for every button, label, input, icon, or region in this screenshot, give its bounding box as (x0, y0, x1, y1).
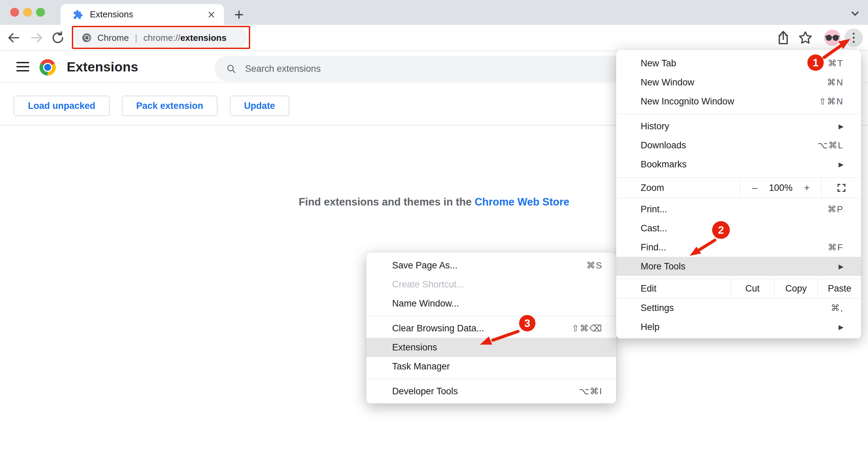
search-box (214, 56, 643, 82)
menu-item-settings[interactable]: Settings ⌘, (616, 298, 861, 317)
submenu-caret-icon: ▶ (838, 263, 843, 270)
tab-strip: Extensions × + (0, 0, 868, 25)
zoom-out-button[interactable]: – (752, 182, 758, 193)
share-icon[interactable] (775, 30, 791, 46)
edit-paste-button[interactable]: Paste (818, 279, 861, 298)
browser-toolbar: Chrome | chrome:// extensions (0, 25, 868, 51)
menu-item-print[interactable]: Print... ⌘P (616, 200, 861, 219)
menu-item-more-tools[interactable]: More Tools ▶ (616, 257, 861, 276)
shortcut: ⌘S (586, 260, 602, 271)
edit-cut-button[interactable]: Cut (730, 279, 774, 298)
shortcut: ⌘T (828, 58, 843, 69)
shortcut: ⇧⌘⌫ (572, 323, 602, 334)
puzzle-favicon-icon (73, 10, 83, 20)
annotation-highlight-box: Chrome | chrome:// extensions (72, 26, 250, 49)
fullscreen-button[interactable] (821, 178, 861, 198)
menu-separator (366, 316, 616, 316)
zoom-in-button[interactable]: + (804, 182, 809, 193)
menu-item-history[interactable]: History ▶ (616, 117, 861, 136)
menu-item-cast[interactable]: Cast... (616, 219, 861, 238)
bookmark-star-icon[interactable] (798, 30, 813, 46)
menu-item-new-window[interactable]: New Window ⌘N (616, 73, 861, 92)
menu-item-downloads[interactable]: Downloads ⌥⌘L (616, 136, 861, 155)
load-unpacked-button[interactable]: Load unpacked (14, 96, 110, 116)
submenu-item-task-manager[interactable]: Task Manager (366, 357, 616, 376)
address-bar[interactable]: Chrome | chrome:// extensions (74, 28, 248, 47)
submenu-item-extensions[interactable]: Extensions (366, 338, 616, 357)
forward-icon (29, 30, 44, 45)
hamburger-menu-icon[interactable] (16, 60, 29, 73)
zoom-value: 100% (769, 183, 792, 193)
edit-copy-button[interactable]: Copy (774, 279, 818, 298)
menu-item-find[interactable]: Find... ⌘F (616, 238, 861, 257)
url-separator: | (135, 33, 137, 43)
menu-item-bookmarks[interactable]: Bookmarks ▶ (616, 155, 861, 174)
close-tab-icon[interactable]: × (208, 8, 215, 21)
search-input[interactable] (245, 64, 632, 74)
submenu-item-developer-tools[interactable]: Developer Tools ⌥⌘I (366, 382, 616, 401)
fullscreen-icon (836, 183, 847, 193)
shortcut: ⇧⌘N (819, 96, 843, 107)
empty-state-prefix: Find extensions and themes in the (299, 196, 475, 208)
menu-item-new-incognito-window[interactable]: New Incognito Window ⇧⌘N (616, 92, 861, 111)
chrome-logo-icon (39, 59, 56, 76)
update-button[interactable]: Update (230, 96, 290, 116)
chrome-menu: New Tab ⌘T New Window ⌘N New Incognito W… (616, 50, 861, 339)
submenu-caret-icon: ▶ (838, 323, 843, 331)
extensions-actions: Load unpacked Pack extension Update (14, 96, 289, 116)
url-site-label: Chrome (97, 33, 129, 43)
menu-item-help[interactable]: Help ▶ (616, 317, 861, 336)
back-icon[interactable] (6, 30, 21, 45)
submenu-item-name-window[interactable]: Name Window... (366, 294, 616, 313)
submenu-item-save-page-as[interactable]: Save Page As... ⌘S (366, 256, 616, 275)
chrome-web-store-link[interactable]: Chrome Web Store (475, 196, 569, 208)
maximize-window-button[interactable] (36, 8, 45, 17)
minimize-window-button[interactable] (23, 8, 32, 17)
glasses-icon (825, 34, 840, 42)
menu-item-edit: Edit Cut Copy Paste (616, 279, 861, 298)
pack-extension-button[interactable]: Pack extension (122, 96, 218, 116)
submenu-item-create-shortcut: Create Shortcut... (366, 275, 616, 294)
close-window-button[interactable] (10, 8, 19, 17)
submenu-caret-icon: ▶ (838, 161, 843, 168)
page-title: Extensions (67, 60, 138, 75)
menu-separator (616, 114, 861, 114)
menu-item-zoom: Zoom – 100% + (616, 177, 861, 198)
chevron-down-icon[interactable] (848, 6, 863, 21)
search-icon (226, 64, 236, 74)
url-host: extensions (180, 33, 227, 43)
menu-item-new-tab[interactable]: New Tab ⌘T (616, 54, 861, 73)
reload-icon[interactable] (50, 30, 65, 45)
shortcut: ⌥⌘L (818, 140, 843, 151)
shortcut: ⌥⌘I (579, 386, 602, 397)
shortcut: ⌘P (827, 204, 843, 215)
more-tools-submenu: Save Page As... ⌘S Create Shortcut... Na… (366, 252, 616, 403)
url-scheme: chrome:// (143, 33, 180, 43)
chrome-page-icon (82, 33, 91, 42)
browser-window: Extensions × + Chrome | chrome:// extens… (0, 0, 868, 462)
new-tab-button[interactable]: + (229, 4, 249, 24)
shortcut: ⌘N (827, 77, 843, 88)
menu-separator (366, 379, 616, 379)
avatar[interactable] (824, 30, 840, 46)
kebab-menu-button[interactable] (845, 29, 863, 47)
shortcut: ⌘F (828, 242, 843, 253)
tab-extensions[interactable]: Extensions × (61, 4, 224, 25)
shortcut: ⌘, (831, 303, 843, 313)
submenu-caret-icon: ▶ (838, 122, 843, 130)
submenu-item-clear-browsing-data[interactable]: Clear Browsing Data... ⇧⌘⌫ (366, 319, 616, 338)
tab-title: Extensions (90, 9, 208, 20)
